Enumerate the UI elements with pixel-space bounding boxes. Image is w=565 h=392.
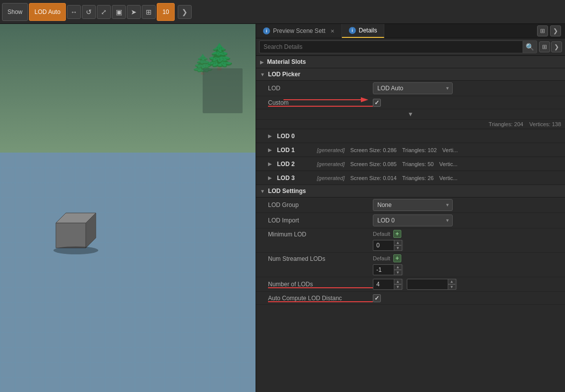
- num-lods-spin-2[interactable]: ▲ ▼: [448, 279, 456, 290]
- lod-label: LOD: [268, 85, 373, 92]
- lod-2-vertices: Vertic...: [439, 161, 458, 167]
- lod-2-item[interactable]: ▶ LOD 2 [generated] Screen Size: 0.085 T…: [256, 157, 565, 171]
- tab-grid-icon[interactable]: ⊞: [537, 25, 548, 36]
- auto-compute-checkbox[interactable]: [373, 294, 381, 302]
- arrow-icon[interactable]: ➤: [127, 5, 141, 19]
- lod-0-expand-icon[interactable]: ▶: [268, 133, 274, 139]
- lod-3-screen-size: Screen Size: 0.014: [350, 175, 397, 181]
- cube-icon[interactable]: ▣: [112, 5, 126, 19]
- filter-icon: ▼: [408, 111, 414, 118]
- lod-group-dropdown-wrap: None: [373, 199, 453, 211]
- lod-group-dropdown[interactable]: None: [373, 199, 453, 211]
- num-streamed-spin-down[interactable]: ▼: [394, 270, 402, 275]
- num-streamed-default-label: Default: [373, 255, 390, 261]
- lod-2-expand-icon[interactable]: ▶: [268, 161, 274, 167]
- lod-3-item[interactable]: ▶ LOD 3 [generated] Screen Size: 0.014 T…: [256, 171, 565, 185]
- tab-details[interactable]: i Details: [342, 24, 385, 38]
- tab-details-label: Details: [359, 27, 377, 34]
- lod-2-triangles: Triangles: 50: [402, 161, 434, 167]
- minimum-lod-label: Minimum LOD: [268, 231, 373, 238]
- expand-panel-icon[interactable]: ❯: [178, 5, 192, 19]
- section-lod-settings[interactable]: ▼ LOD Settings: [256, 185, 565, 197]
- section-material-slots[interactable]: ▶ Material Slots: [256, 56, 565, 68]
- minimum-lod-spin-down[interactable]: ▼: [394, 245, 402, 251]
- prop-lod-group: LOD Group None: [256, 197, 565, 213]
- minimum-lod-default-label: Default: [373, 231, 390, 237]
- show-button[interactable]: Show: [2, 3, 28, 21]
- num-lods-input-wrap-2: ▲ ▼: [407, 279, 457, 290]
- num-streamed-label: Num Streamed LODs: [268, 255, 373, 262]
- lod-3-vertices: Vertic...: [439, 175, 458, 181]
- auto-compute-value-wrap: [373, 294, 561, 302]
- lod-3-info: [generated] Screen Size: 0.014 Triangles…: [317, 175, 561, 181]
- tab-preview-scene[interactable]: i Preview Scene Sett ✕: [256, 24, 342, 38]
- building-silhouette: [203, 68, 243, 113]
- refresh-icon[interactable]: ↺: [82, 5, 96, 19]
- custom-checkbox[interactable]: [373, 99, 381, 107]
- lod-dropdown-wrap: LOD Auto LOD 0 LOD 1 LOD 2 LOD 3: [373, 82, 453, 94]
- num-lods-row: ▲ ▼ ▲ ▼: [373, 279, 457, 290]
- lod-3-expand-icon[interactable]: ▶: [268, 175, 274, 181]
- custom-value-wrap: [373, 99, 561, 107]
- lod-import-dropdown[interactable]: LOD 0 LOD 1 LOD 2 LOD 3: [373, 214, 453, 226]
- material-slots-title: Material Slots: [267, 58, 306, 65]
- triangles-label: Triangles: 204: [489, 121, 523, 127]
- lod-auto-button[interactable]: LOD Auto: [29, 3, 66, 21]
- minimum-lod-spin-up[interactable]: ▲: [394, 240, 402, 245]
- lod-1-generated: [generated]: [317, 147, 345, 153]
- lod-2-screen-size: Screen Size: 0.085: [350, 161, 397, 167]
- minimum-lod-spin[interactable]: ▲ ▼: [394, 240, 402, 251]
- lod-group-value-wrap: None: [373, 199, 561, 211]
- prop-lod-import: LOD Import LOD 0 LOD 1 LOD 2 LOD 3: [256, 213, 565, 228]
- main-content: 🌲 🌲 i Preview Scene Sett: [0, 24, 565, 392]
- lod-1-triangles: Triangles: 102: [402, 147, 437, 153]
- grid-icon[interactable]: ⊞: [142, 5, 156, 19]
- lod-count-btn[interactable]: 10: [157, 3, 175, 21]
- custom-label: Custom: [268, 99, 373, 106]
- num-streamed-input-wrap: ▲ ▼: [373, 264, 403, 275]
- lod-1-item[interactable]: ▶ LOD 1 [generated] Screen Size: 0.286 T…: [256, 143, 565, 157]
- filter-row: ▼: [256, 109, 565, 120]
- tab-preview-close[interactable]: ✕: [330, 28, 334, 34]
- details-scroll[interactable]: ▶ Material Slots ▼ LOD Picker LOD LOD Au…: [256, 56, 565, 392]
- num-lods-spin-up-2[interactable]: ▲: [448, 279, 456, 284]
- num-streamed-plus-btn[interactable]: +: [393, 254, 401, 262]
- lod-settings-title: LOD Settings: [268, 188, 306, 195]
- details-grid-view-icon[interactable]: ⊞: [539, 41, 550, 52]
- tab-preview-label: Preview Scene Sett: [273, 27, 325, 34]
- lod-1-screen-size: Screen Size: 0.286: [350, 147, 397, 153]
- svg-point-3: [53, 246, 98, 254]
- num-streamed-value-wrap: Default +: [373, 254, 561, 263]
- preview-tab-icon: i: [263, 27, 270, 34]
- minimum-lod-input-wrap: ▲ ▼: [373, 240, 403, 251]
- lod-0-item[interactable]: ▶ LOD 0: [256, 129, 565, 143]
- lod-dropdown[interactable]: LOD Auto LOD 0 LOD 1 LOD 2 LOD 3: [373, 82, 453, 94]
- viewport: 🌲 🌲: [0, 24, 256, 392]
- minimum-lod-plus-btn[interactable]: +: [393, 230, 401, 238]
- tabs-bar: i Preview Scene Sett ✕ i Details ⊞ ❯: [256, 24, 565, 38]
- prop-num-streamed: Num Streamed LODs Default + ▲ ▼: [256, 253, 565, 277]
- search-input[interactable]: [259, 40, 523, 53]
- num-streamed-spin[interactable]: ▲ ▼: [394, 264, 402, 275]
- lod-value-wrap: LOD Auto LOD 0 LOD 1 LOD 2 LOD 3: [373, 82, 561, 94]
- 3d-object: [46, 208, 106, 259]
- lod-1-expand-icon[interactable]: ▶: [268, 147, 274, 153]
- num-lods-spin[interactable]: ▲ ▼: [394, 279, 402, 290]
- details-expand-icon[interactable]: ❯: [551, 41, 562, 52]
- num-lods-value-wrap: ▲ ▼ ▲ ▼: [373, 279, 561, 290]
- num-lods-spin-down[interactable]: ▼: [394, 284, 402, 290]
- maximize-icon[interactable]: ⤢: [97, 5, 111, 19]
- move-icon[interactable]: ↔: [67, 5, 81, 19]
- search-icon[interactable]: 🔍: [523, 40, 537, 53]
- num-streamed-spin-up[interactable]: ▲: [394, 264, 402, 270]
- section-lod-picker[interactable]: ▼ LOD Picker: [256, 68, 565, 81]
- search-bar: 🔍 ⊞ ❯: [256, 38, 565, 56]
- num-lods-spin-up[interactable]: ▲: [394, 279, 402, 284]
- lod-1-vertices: Verti...: [442, 147, 458, 153]
- prop-minimum-lod: Minimum LOD Default + ▲ ▼: [256, 228, 565, 253]
- toolbar: Show LOD Auto ↔ ↺ ⤢ ▣ ➤ ⊞ 10 ❯: [0, 0, 565, 24]
- num-lods-spin-down-2[interactable]: ▼: [448, 284, 456, 290]
- lod-2-generated: [generated]: [317, 161, 345, 167]
- lod-settings-arrow: ▼: [260, 189, 265, 194]
- tab-arrow-icon[interactable]: ❯: [550, 25, 561, 36]
